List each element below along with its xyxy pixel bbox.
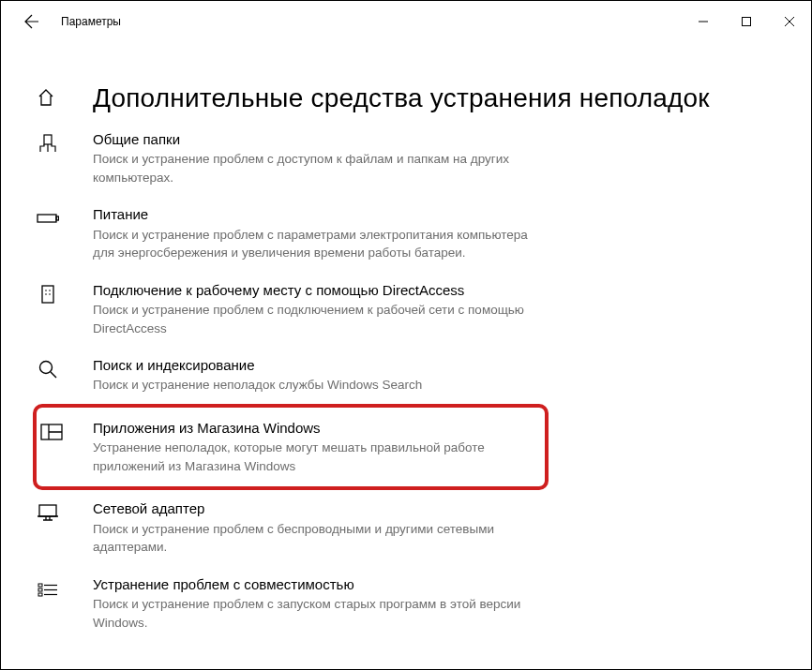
troubleshooter-title: Сетевой адаптер [93, 499, 552, 518]
troubleshooter-power[interactable]: Питание Поиск и устранение проблем с пар… [37, 196, 774, 271]
troubleshooter-title: Питание [93, 205, 552, 224]
window-title: Параметры [61, 15, 121, 28]
svg-point-6 [49, 290, 51, 291]
troubleshooter-compatibility[interactable]: Устранение проблем с совместимостью Поис… [37, 566, 774, 641]
troubleshooter-desc: Поиск и устранение проблем с подключение… [93, 301, 552, 337]
close-icon [785, 17, 794, 26]
svg-rect-3 [56, 216, 59, 220]
power-icon [37, 207, 59, 230]
window-controls [682, 7, 811, 37]
troubleshooter-shared-folders[interactable]: Общие папки Поиск и устранение проблем с… [37, 121, 774, 196]
svg-point-5 [45, 290, 47, 291]
svg-rect-13 [38, 588, 42, 591]
network-adapter-icon [37, 501, 59, 524]
maximize-icon [742, 17, 751, 26]
svg-rect-12 [38, 584, 42, 587]
svg-rect-1 [44, 135, 52, 144]
troubleshooter-network-adapter[interactable]: Сетевой адаптер Поиск и устранение пробл… [37, 490, 774, 565]
svg-rect-4 [42, 286, 53, 303]
troubleshooter-title: Приложения из Магазина Windows [93, 419, 535, 438]
troubleshooter-desc: Поиск и устранение проблем с доступом к … [93, 150, 552, 186]
svg-point-8 [49, 293, 51, 295]
header-row: Дополнительные средства устранения непол… [37, 83, 774, 113]
minimize-icon [699, 17, 708, 26]
arrow-left-icon [24, 14, 39, 29]
troubleshooter-title: Общие папки [93, 130, 552, 149]
maximize-button[interactable] [725, 7, 768, 37]
troubleshooter-desc: Поиск и устранение проблем с беспроводны… [93, 520, 552, 557]
troubleshooter-desc: Поиск и устранение проблем с параметрами… [93, 226, 552, 262]
troubleshooter-directaccess[interactable]: Подключение к рабочему месту с помощью D… [37, 272, 774, 347]
search-index-icon [37, 358, 59, 380]
titlebar: Параметры [1, 1, 811, 42]
store-apps-icon [40, 421, 63, 443]
troubleshooter-title: Подключение к рабочему месту с помощью D… [93, 281, 552, 300]
svg-point-7 [45, 293, 47, 295]
svg-rect-14 [38, 593, 42, 596]
home-icon[interactable] [37, 88, 57, 109]
svg-rect-2 [38, 215, 56, 222]
svg-rect-11 [39, 505, 56, 516]
page-title: Дополнительные средства устранения непол… [93, 83, 710, 113]
svg-rect-0 [743, 18, 751, 26]
back-button[interactable] [18, 7, 46, 36]
svg-point-9 [40, 362, 53, 374]
content-area: Дополнительные средства устранения непол… [1, 83, 811, 641]
troubleshooter-search-index[interactable]: Поиск и индексирование Поиск и устранени… [37, 347, 774, 404]
troubleshooter-desc: Устранение неполадок, которые могут меша… [93, 439, 535, 475]
close-button[interactable] [768, 7, 811, 37]
troubleshooter-store-apps[interactable]: Приложения из Магазина Windows Устранени… [33, 404, 549, 490]
troubleshooter-title: Устранение проблем с совместимостью [93, 575, 552, 594]
minimize-button[interactable] [682, 7, 725, 37]
troubleshooter-desc: Поиск и устранение неполадок службы Wind… [93, 376, 422, 395]
shared-folders-icon [37, 132, 59, 155]
directaccess-icon [37, 283, 59, 305]
compatibility-icon [37, 577, 59, 600]
troubleshooter-title: Поиск и индексирование [93, 356, 422, 375]
troubleshooter-list: Общие папки Поиск и устранение проблем с… [37, 121, 774, 641]
troubleshooter-desc: Поиск и устранение проблем с запуском ст… [93, 595, 552, 632]
